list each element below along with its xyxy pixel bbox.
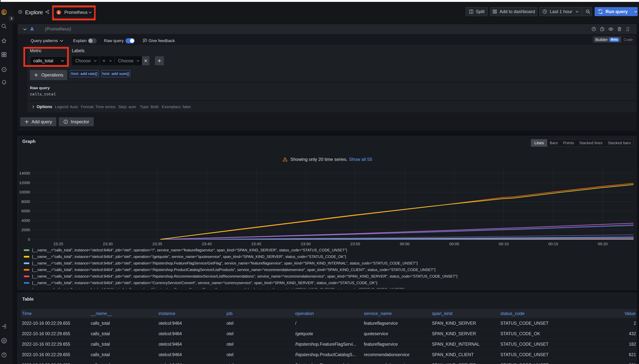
svg-text:23:35: 23:35 — [152, 242, 162, 246]
svg-text:23:40: 23:40 — [202, 242, 212, 246]
svg-text:0: 0 — [28, 237, 30, 242]
svg-text:00:05: 00:05 — [449, 242, 459, 246]
svg-text:4000: 4000 — [21, 218, 30, 222]
svg-text:23:50: 23:50 — [301, 242, 311, 246]
svg-text:00:20: 00:20 — [598, 242, 608, 246]
svg-text:10000: 10000 — [19, 190, 30, 194]
svg-text:23:30: 23:30 — [103, 242, 113, 246]
svg-text:23:45: 23:45 — [252, 242, 261, 246]
svg-text:6000: 6000 — [21, 209, 30, 213]
svg-text:23:55: 23:55 — [350, 242, 360, 246]
svg-text:12000: 12000 — [19, 180, 30, 185]
svg-text:8000: 8000 — [21, 200, 30, 204]
svg-text:00:15: 00:15 — [548, 242, 558, 246]
svg-text:00:00: 00:00 — [400, 242, 410, 246]
svg-text:00:10: 00:10 — [499, 242, 509, 246]
svg-text:2000: 2000 — [21, 228, 30, 232]
svg-text:14000: 14000 — [19, 171, 30, 175]
svg-text:23:25: 23:25 — [53, 242, 63, 246]
